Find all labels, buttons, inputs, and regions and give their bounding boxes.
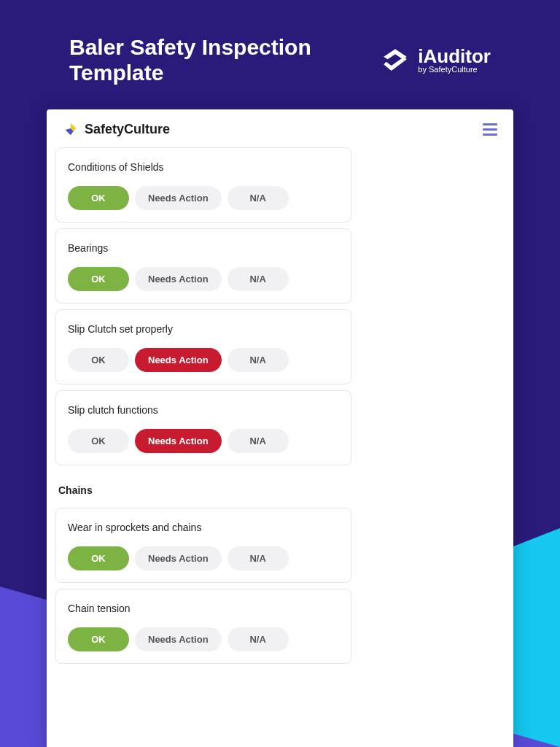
ok-button[interactable]: OK: [68, 186, 129, 210]
item-label: Slip Clutch set properly: [68, 323, 339, 335]
na-button[interactable]: N/A: [228, 186, 289, 210]
brand-name: iAuditor: [418, 47, 491, 66]
menu-icon[interactable]: [483, 123, 497, 136]
item-label: Conditions of Shields: [68, 161, 339, 173]
option-row: OKNeeds ActionN/A: [68, 429, 339, 453]
inspection-item: Slip clutch functionsOKNeeds ActionN/A: [55, 390, 351, 465]
item-label: Bearings: [68, 242, 339, 254]
needs-action-button[interactable]: Needs Action: [135, 429, 222, 453]
card-brand: SafetyCulture: [85, 122, 170, 137]
needs-action-button[interactable]: Needs Action: [135, 546, 222, 570]
needs-action-button[interactable]: Needs Action: [135, 348, 222, 372]
section-title-chains: Chains: [55, 471, 351, 508]
safetyculture-diamond-icon: [63, 121, 79, 137]
ok-button[interactable]: OK: [68, 546, 129, 570]
ok-button[interactable]: OK: [68, 267, 129, 291]
inspection-item: Chain tensionOKNeeds ActionN/A: [55, 589, 351, 664]
option-row: OKNeeds ActionN/A: [68, 546, 339, 570]
safetyculture-logo: SafetyCulture: [63, 121, 170, 137]
na-button[interactable]: N/A: [228, 348, 289, 372]
item-label: Chain tension: [68, 603, 339, 614]
na-button[interactable]: N/A: [228, 546, 289, 570]
item-label: Wear in sprockets and chains: [68, 522, 339, 533]
inspection-item: Conditions of ShieldsOKNeeds ActionN/A: [55, 147, 351, 222]
na-button[interactable]: N/A: [228, 429, 289, 453]
iauditor-logo: iAuditor by SafetyCulture: [380, 45, 491, 76]
option-row: OKNeeds ActionN/A: [68, 348, 339, 372]
ok-button[interactable]: OK: [68, 627, 129, 651]
iauditor-check-icon: [380, 45, 411, 76]
ok-button[interactable]: OK: [68, 348, 129, 372]
needs-action-button[interactable]: Needs Action: [135, 186, 222, 210]
option-row: OKNeeds ActionN/A: [68, 267, 339, 291]
needs-action-button[interactable]: Needs Action: [135, 627, 222, 651]
option-row: OKNeeds ActionN/A: [68, 186, 339, 210]
needs-action-button[interactable]: Needs Action: [135, 267, 222, 291]
ok-button[interactable]: OK: [68, 429, 129, 453]
inspection-item: Slip Clutch set properlyOKNeeds ActionN/…: [55, 309, 351, 384]
inspection-item: Wear in sprockets and chainsOKNeeds Acti…: [55, 508, 351, 583]
na-button[interactable]: N/A: [228, 267, 289, 291]
item-label: Slip clutch functions: [68, 404, 339, 416]
na-button[interactable]: N/A: [228, 627, 289, 651]
page-title: Baler Safety Inspection Template: [69, 35, 346, 85]
inspection-item: BearingsOKNeeds ActionN/A: [55, 228, 351, 303]
template-card: SafetyCulture Conditions of ShieldsOKNee…: [47, 109, 513, 747]
option-row: OKNeeds ActionN/A: [68, 627, 339, 651]
